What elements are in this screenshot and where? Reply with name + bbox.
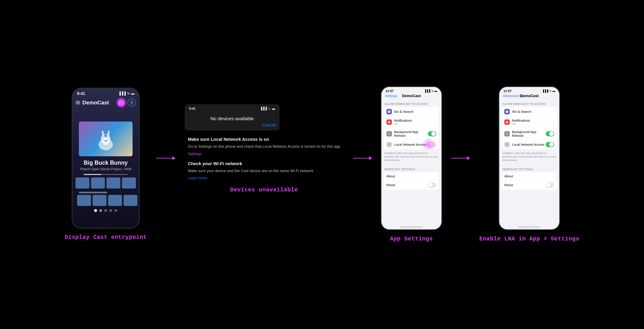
back-label-1: Settings <box>386 94 397 98</box>
lna-icon-2 <box>504 142 510 147</box>
bg-right-1 <box>428 131 436 136</box>
trouble-text-2: Make sure your device and the Cast devic… <box>188 168 340 174</box>
hamburger-menu[interactable] <box>76 101 80 104</box>
democast-group-1: About › Reset <box>384 172 439 190</box>
no-devices-title: No devices available <box>185 113 280 123</box>
reset-toggle-1[interactable] <box>428 183 436 188</box>
democast-section-header-1: DEMOCAST SETTINGS <box>382 165 442 172</box>
siri-right-1: › <box>435 110 436 113</box>
lna-toggle-2[interactable] <box>546 142 554 147</box>
wifi-icon-3: ∿ <box>431 89 434 93</box>
lna-content-2: Local Network Access <box>512 143 546 146</box>
label-s4: Enable LNA in App > Settings <box>479 236 580 242</box>
learn-more-link[interactable]: Learn more <box>188 176 340 180</box>
thumbnail[interactable] <box>91 177 105 189</box>
about-content-1: About <box>386 174 435 178</box>
lna-toggle-thumb-2 <box>549 142 554 147</box>
battery-icon-2: ▬ <box>272 107 275 110</box>
home-indicator-3 <box>400 226 422 227</box>
signal-icon-4: ▐▐▐ <box>542 89 548 93</box>
section-3: 11:57 ▐▐▐ ∿ ▬ ‹ Settings DemoCast ALLOW … <box>382 87 442 242</box>
wifi-icon-2: ∿ <box>268 107 271 111</box>
bg-refresh-row-1[interactable]: Background App Refresh <box>384 128 439 140</box>
dot-3[interactable] <box>104 209 107 212</box>
reset-label-1: Reset <box>386 183 428 187</box>
thumbnail[interactable] <box>108 195 122 206</box>
thumbnails-row-2 <box>77 195 138 206</box>
settings-back-button-1[interactable]: ‹ Settings <box>384 94 397 98</box>
settings-page-title-1: DemoCast <box>402 94 421 98</box>
thumbnail[interactable] <box>76 177 90 189</box>
reset-row-2[interactable]: Reset <box>502 180 557 190</box>
siri-search-row-2[interactable]: Siri & Search › <box>502 107 557 117</box>
access-group-2: Siri & Search › Notifications Of <box>502 107 557 149</box>
thumbnail[interactable] <box>77 195 91 206</box>
lna-label-1: Local Network Access <box>394 143 428 146</box>
signal-icon-2: ▐▐▐ <box>260 107 267 110</box>
about-row-1[interactable]: About › <box>384 172 439 180</box>
reset-label-2: Reset <box>504 183 546 187</box>
no-devices-status-bar: 9:41 <box>189 107 196 110</box>
profile-button[interactable]: 👤 <box>128 99 136 107</box>
settings-nav-bar-2: ‹ DemoCast app DemoCast <box>499 94 559 99</box>
settings-body-1: ALLOW DEMOCAST TO ACCESS Siri & Search › <box>382 99 442 225</box>
app-title: DemoCast <box>82 100 115 106</box>
thumbnail[interactable] <box>124 195 138 206</box>
lna-toggle-1[interactable] <box>428 142 436 147</box>
siri-content-2: Siri & Search <box>512 110 553 114</box>
lna-content-1: Local Network Access <box>394 143 428 146</box>
thumbnail[interactable] <box>122 177 136 189</box>
play-button[interactable] <box>101 134 110 144</box>
settings-time-2: 11:57 <box>504 89 512 93</box>
reset-row-1[interactable]: Reset <box>384 180 439 190</box>
lna-right-2 <box>546 142 554 147</box>
dot-active[interactable] <box>94 209 97 212</box>
reset-toggle-2[interactable] <box>546 183 554 188</box>
about-row-2[interactable]: About › <box>502 172 557 180</box>
hero-image <box>79 122 132 156</box>
section-4: 11:57 ▐▐▐ ∿ ▬ ‹ DemoCast app DemoCast AL… <box>479 87 580 242</box>
access-section-header-1: ALLOW DEMOCAST TO ACCESS <box>382 99 442 107</box>
lna-icon-1 <box>386 142 392 147</box>
notifications-row-2[interactable]: Notifications Off › <box>502 117 557 128</box>
notifications-row-1[interactable]: Notifications Off › <box>384 117 439 128</box>
settings-time-1: 11:57 <box>386 89 394 93</box>
bg-toggle-2[interactable] <box>546 131 554 136</box>
bg-icon-1 <box>386 131 392 137</box>
back-chevron-2: ‹ <box>502 94 503 98</box>
notif-right-1: › <box>435 120 436 124</box>
siri-content-1: Siri & Search <box>394 110 435 114</box>
cancel-button[interactable]: Cancel <box>262 123 276 128</box>
troubleshoot-section: Make sure Local Network Access is on Go … <box>185 137 344 180</box>
bg-toggle-1[interactable] <box>428 131 436 136</box>
reset-toggle-thumb-1 <box>428 183 432 187</box>
about-label-1: About <box>386 174 435 178</box>
settings-status-right-2: ▐▐▐ ∿ ▬ <box>542 89 555 93</box>
cast-button[interactable] <box>117 99 125 107</box>
page-dots <box>94 209 117 212</box>
access-group-1: Siri & Search › Notifications Of <box>384 107 439 149</box>
lna-row-2[interactable]: Local Network Access <box>502 140 557 149</box>
signal-icon-3: ▐▐▐ <box>424 89 430 93</box>
progress-bar[interactable] <box>84 174 128 175</box>
settings-link[interactable]: Settings <box>188 152 340 156</box>
app-header: DemoCast 👤 <box>72 97 139 109</box>
phone-settings-1: 11:57 ▐▐▐ ∿ ▬ ‹ Settings DemoCast ALLOW … <box>382 87 442 229</box>
reset-right-2 <box>546 183 554 188</box>
thumbnail[interactable] <box>106 177 120 189</box>
about-chevron-2: › <box>553 174 554 178</box>
settings-status-bar-2: 11:57 ▐▐▐ ∿ ▬ <box>499 87 559 94</box>
time-1: 9:41 <box>77 91 85 96</box>
dot-5[interactable] <box>114 209 117 212</box>
label-s1: Display Cast entrypoint <box>64 234 147 241</box>
bg-toggle-thumb-2 <box>549 132 554 136</box>
lna-row-1[interactable]: Local Network Access <box>384 140 439 149</box>
thumbnail[interactable] <box>92 195 106 206</box>
bg-label-1: Background App Refresh <box>394 130 428 138</box>
dot-4[interactable] <box>109 209 112 212</box>
bg-refresh-row-2[interactable]: Background App Refresh <box>502 128 557 140</box>
lna-right-1 <box>428 142 436 147</box>
arrow-2 <box>353 158 372 158</box>
dot-2[interactable] <box>99 209 102 212</box>
siri-search-row-1[interactable]: Siri & Search › <box>384 107 439 117</box>
